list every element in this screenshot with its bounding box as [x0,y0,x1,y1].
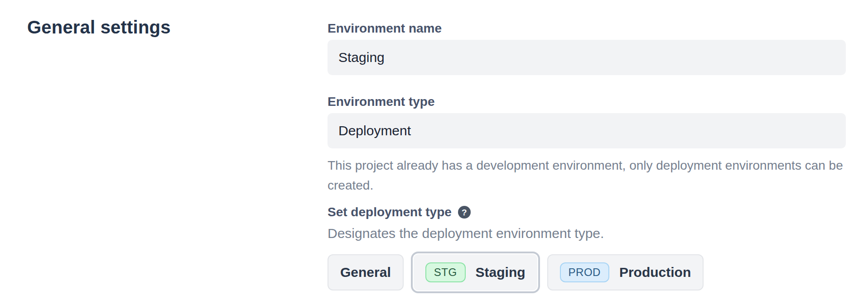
deployment-type-option-general[interactable]: General [328,254,404,290]
settings-section-column: General settings [0,0,328,295]
environment-type-helper-text: This project already has a development e… [328,156,846,195]
deployment-type-label-row: Set deployment type ? [328,205,846,220]
deployment-type-options: General STG Staging PROD Production [328,252,846,293]
environment-name-input[interactable] [328,40,846,75]
deployment-type-label: Set deployment type [328,205,452,220]
deployment-type-option-general-label: General [340,265,391,280]
environment-name-label: Environment name [328,21,846,36]
deployment-type-option-staging[interactable]: STG Staging [411,252,540,293]
general-settings-form: Environment name Environment type This p… [328,0,846,295]
deployment-type-description: Designates the deployment environment ty… [328,224,846,243]
environment-settings-page: General settings Environment name Enviro… [0,0,868,295]
environment-type-input[interactable] [328,113,846,148]
prod-badge: PROD [560,262,609,282]
deployment-type-option-staging-label: Staging [476,265,526,280]
page-title: General settings [27,17,328,37]
deployment-type-option-production-label: Production [619,265,691,280]
deployment-type-option-production[interactable]: PROD Production [547,254,704,290]
environment-type-label: Environment type [328,94,846,109]
stg-badge: STG [425,262,466,282]
question-mark-help-icon[interactable]: ? [458,206,471,219]
